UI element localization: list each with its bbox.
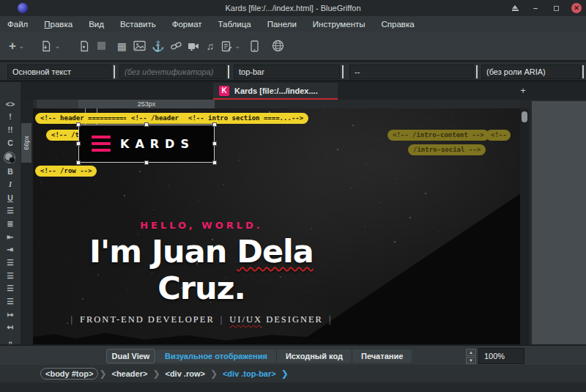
close-window-icon[interactable]: ✕	[571, 3, 582, 13]
add-menu-chevron-icon[interactable]: ⌄	[18, 37, 24, 55]
document-tab-strip: K Kards [file:/.../index.... +	[0, 82, 586, 100]
insert-image-icon[interactable]	[133, 37, 146, 55]
align-right-icon[interactable]: ☰	[3, 284, 18, 293]
hero-byline: |FRONT-END DEVELOPER|UI/UX DESIGNER|	[62, 314, 341, 325]
favicon-badge: K	[219, 86, 229, 96]
zoom-increase-icon[interactable]: ▲	[466, 349, 476, 356]
menu-panels[interactable]: Панели	[267, 20, 297, 29]
site-logo-text: KARDS	[120, 125, 195, 162]
design-canvas[interactable]: <!-- header ==========...--> <!-- /heade…	[33, 108, 520, 344]
bold-icon[interactable]: B	[3, 168, 18, 177]
align-center-icon[interactable]: ☰	[3, 271, 18, 280]
format-sidebar: <> ! !! C B I U ☰ ≣ ⇤ ⇥ ☰ ☰ ☰ ☰ ↦ ↤ „	[0, 82, 21, 344]
open-document-icon[interactable]	[40, 37, 52, 55]
markup-cleaner-icon[interactable]: <>	[3, 100, 18, 108]
menu-insert[interactable]: Вставить	[120, 20, 156, 29]
menu-edit[interactable]: Правка	[44, 20, 73, 29]
breadcrumb-chevron-icon: ❯	[152, 369, 160, 379]
resize-handle-e[interactable]	[212, 141, 217, 146]
field-separator	[342, 65, 344, 78]
resize-handle-nw[interactable]	[76, 122, 81, 127]
hero-greeting: HELLO, WORLD.	[62, 220, 341, 231]
resize-handle-sw[interactable]	[76, 160, 81, 165]
dual-view-button[interactable]: Dual View	[106, 349, 155, 363]
bullet-list-icon[interactable]: ☰	[3, 207, 18, 215]
menu-help[interactable]: Справка	[382, 20, 415, 29]
resize-handle-n[interactable]	[144, 122, 149, 127]
menu-format[interactable]: Формат	[172, 20, 202, 29]
insert-audio-icon[interactable]: ♫	[206, 37, 214, 55]
breadcrumb-body[interactable]: <body #top>	[40, 368, 98, 380]
paragraph-format-select[interactable]: Основной текст	[7, 64, 111, 79]
scrollbar-thumb[interactable]	[522, 111, 527, 122]
insert-anchor-icon[interactable]: ⚓	[152, 37, 164, 55]
zoom-decrease-icon[interactable]: ▼	[466, 357, 476, 364]
new-document-icon[interactable]	[78, 37, 90, 55]
new-tab-button[interactable]: +	[516, 84, 530, 97]
menu-view[interactable]: Вид	[89, 20, 104, 29]
window-title: Kards [file:/.../index.html] - BlueGriff…	[0, 4, 586, 12]
bluegriffon-window: Kards [file:/.../index.html] - BlueGriff…	[0, 0, 586, 392]
tab-print-view[interactable]: Печатание	[352, 350, 412, 363]
comment-marker-intro-open[interactable]: <!-- intro section ====...-->	[183, 113, 308, 124]
view-switcher: Визуальное отображения Исходный код Печа…	[155, 349, 412, 363]
quote-icon[interactable]: „	[3, 336, 18, 344]
insert-form-icon[interactable]	[221, 37, 232, 55]
resize-handle-se[interactable]	[212, 160, 217, 165]
align-left-icon[interactable]: ☰	[3, 258, 18, 267]
element-class-input[interactable]: top-bar	[234, 64, 340, 79]
breadcrumb-chevron-icon: ❯	[281, 369, 289, 379]
menu-tools[interactable]: Инструменты	[313, 20, 366, 29]
window-controls: – ✕	[510, 0, 582, 16]
aria-role-select[interactable]: (без роли ARIA)	[481, 64, 581, 79]
role-uiux: UI/UX	[229, 314, 262, 325]
breadcrumb-header[interactable]: <header>	[107, 369, 152, 379]
element-id-input[interactable]: (без идентификатора)	[119, 64, 226, 79]
browser-preview-icon[interactable]	[272, 37, 284, 55]
comment-marker-partial-open[interactable]: <!--	[486, 130, 511, 141]
breadcrumb-div-row[interactable]: <div .row>	[160, 369, 209, 379]
tab-visual-view[interactable]: Визуальное отображения	[156, 350, 276, 363]
strong-emphasis-icon[interactable]: !!	[3, 125, 18, 134]
add-icon[interactable]: +	[9, 37, 16, 55]
direction-rtl-icon[interactable]: ↤	[3, 323, 18, 332]
underline-icon[interactable]: U	[3, 193, 18, 202]
justify-icon[interactable]: ☰	[3, 297, 18, 306]
menu-table[interactable]: Таблица	[218, 20, 251, 29]
vertical-scrollbar[interactable]	[520, 108, 529, 344]
resize-handle-s[interactable]	[144, 160, 149, 165]
emphasis-icon[interactable]: !	[3, 113, 18, 122]
insert-link-icon[interactable]	[170, 37, 182, 55]
open-document-menu-chevron-icon[interactable]: ⌄	[54, 37, 60, 55]
insert-video-icon[interactable]	[188, 37, 201, 55]
numbered-list-icon[interactable]: ≣	[3, 219, 18, 228]
resize-handle-ne[interactable]	[212, 122, 217, 127]
mobile-preview-icon[interactable]	[251, 37, 259, 55]
direction-ltr-icon[interactable]: ↦	[3, 310, 18, 319]
hero-title: I'm Juan Dela Cruz.	[62, 234, 341, 307]
class-style-icon[interactable]: C	[3, 138, 18, 147]
document-tab[interactable]: K Kards [file:/.../index....	[213, 83, 338, 100]
insert-form-menu-chevron-icon[interactable]: ⌄	[234, 37, 240, 55]
comment-marker-intro-social-close[interactable]: /intro-social -->	[408, 144, 486, 155]
tab-source-view[interactable]: Исходный код	[276, 350, 352, 363]
color-picker-icon[interactable]	[4, 152, 17, 163]
shade-window-icon[interactable]	[510, 3, 520, 13]
maximize-window-icon[interactable]	[551, 3, 561, 13]
insert-table-icon[interactable]: ▦	[117, 37, 127, 55]
breadcrumb-div-top-bar[interactable]: <div .top-bar>	[218, 369, 281, 379]
resize-handle-w[interactable]	[76, 141, 81, 146]
indent-icon[interactable]: ⇥	[3, 245, 18, 254]
italic-icon[interactable]: I	[3, 180, 18, 189]
selected-logo-element[interactable]: KARDS	[78, 125, 215, 163]
stop-icon	[97, 37, 105, 55]
menu-file[interactable]: Файл	[7, 20, 28, 29]
minimize-window-icon[interactable]: –	[530, 3, 541, 13]
zoom-input[interactable]: 100%	[478, 348, 524, 364]
comment-marker-row-close[interactable]: <!-- /row -->	[35, 166, 97, 177]
element-lang-input[interactable]: --	[349, 64, 474, 79]
comment-marker-intro-content-close[interactable]: <!-- /intro-content -->	[387, 130, 489, 141]
zoom-stepper: ▲ ▼	[466, 349, 476, 364]
status-strip	[0, 382, 586, 392]
outdent-icon[interactable]: ⇤	[3, 232, 18, 241]
